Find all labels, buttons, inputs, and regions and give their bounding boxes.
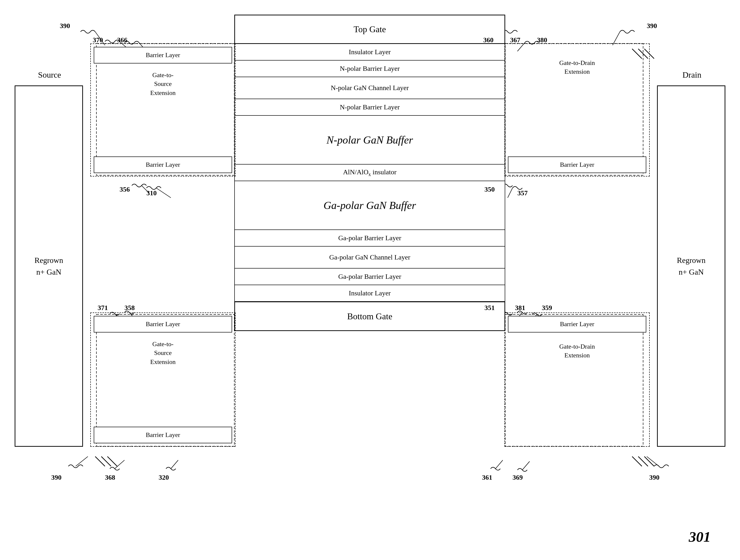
center-layer-stack: Top Gate Insulator Layer N-polar Barrier… [234, 15, 505, 331]
top-right-barrier-layer: Barrier Layer [508, 157, 646, 173]
ref-371: 371 [98, 304, 108, 312]
ref-350: 350 [484, 186, 495, 193]
ref-358: 358 [124, 304, 135, 312]
top-left-extension-box: Barrier Layer Gate-to-SourceExtension Ba… [90, 43, 236, 177]
svg-line-25 [171, 460, 178, 469]
bottom-left-barrier-bot: Barrier Layer [94, 427, 232, 443]
top-left-barrier-layer: Barrier Layer [94, 47, 232, 64]
ref-320: 320 [159, 474, 169, 481]
layer-npolar-gan-channel: N-polar GaN Channel Layer [234, 77, 505, 99]
ref-357: 357 [518, 189, 528, 197]
drain-block: Drain Regrownn+ GaN [657, 85, 725, 447]
diagram-container: Source Regrownn+ GaN Drain Regrownn+ GaN… [0, 0, 740, 560]
top-left-barrier-layer-bot: Barrier Layer [94, 157, 232, 173]
layer-insulator-top: Insulator Layer [234, 44, 505, 61]
drain-label: Drain [658, 70, 726, 80]
layer-gapolar-gan-channel: Ga-polar GaN Channel Layer [234, 247, 505, 269]
ref-390-bl: 390 [51, 474, 62, 481]
ref-369: 369 [513, 474, 523, 481]
layer-insulator-bot: Insulator Layer [234, 285, 505, 302]
ref-360: 360 [483, 36, 493, 44]
svg-line-23 [495, 460, 503, 469]
top-right-extension-box: Gate-to-DrainExtension Barrier Layer [504, 43, 650, 177]
ref-390-br: 390 [649, 474, 659, 481]
top-left-gts-label: Gate-to-SourceExtension [91, 71, 235, 97]
svg-line-35 [632, 457, 642, 466]
bottom-left-extension-box: Barrier Layer Gate-to-SourceExtension Ba… [90, 312, 236, 447]
top-right-gtd-label: Gate-to-DrainExtension [505, 59, 649, 76]
layer-gapolar-barrier-top: Ga-polar Barrier Layer [234, 230, 505, 247]
source-regrown-text: Regrownn+ GaN [34, 254, 63, 278]
ref-390-tr: 390 [647, 22, 657, 30]
bottom-right-gtd-label: Gate-to-DrainExtension [505, 342, 649, 360]
drain-regrown-text: Regrownn+ GaN [677, 254, 705, 278]
svg-line-10 [613, 32, 620, 45]
ref-380: 380 [537, 36, 547, 44]
bottom-left-barrier-top: Barrier Layer [94, 316, 232, 333]
ref-390-tl: 390 [60, 22, 70, 30]
layer-npolar-barrier-mid: N-polar Barrier Layer [234, 99, 505, 116]
ref-368: 368 [105, 474, 115, 481]
layer-npolar-barrier-top: N-polar Barrier Layer [234, 61, 505, 77]
figure-number: 301 [689, 529, 711, 545]
svg-line-36 [638, 457, 648, 466]
layer-npolar-gan-buffer: N-polar GaN Buffer [234, 116, 505, 165]
source-label: Source [15, 70, 84, 80]
ref-351: 351 [484, 304, 495, 312]
svg-line-37 [644, 457, 654, 466]
ref-359: 359 [542, 304, 552, 312]
ref-366: 366 [117, 36, 127, 44]
svg-line-22 [647, 457, 659, 466]
svg-line-24 [522, 461, 530, 470]
svg-line-21 [115, 460, 124, 469]
layer-aln-insulator: AlN/AlOx insulator [234, 165, 505, 181]
bottom-right-extension-box: Barrier Layer Gate-to-DrainExtension [504, 312, 650, 447]
ref-381: 381 [515, 304, 525, 312]
svg-line-12 [156, 188, 171, 198]
svg-line-20 [76, 457, 88, 466]
layer-bottom-gate: Bottom Gate [234, 302, 505, 331]
ref-367: 367 [510, 36, 520, 44]
svg-line-33 [101, 457, 111, 466]
svg-line-34 [107, 457, 117, 466]
ref-356: 356 [119, 186, 130, 193]
ref-370: 370 [93, 36, 103, 44]
bottom-right-barrier-top: Barrier Layer [508, 316, 646, 333]
svg-line-32 [95, 457, 105, 466]
layer-gapolar-gan-buffer: Ga-polar GaN Buffer [234, 181, 505, 230]
ref-310: 310 [147, 189, 157, 197]
layer-gapolar-barrier-bot: Ga-polar Barrier Layer [234, 269, 505, 285]
ref-361: 361 [482, 474, 492, 481]
layer-top-gate: Top Gate [234, 15, 505, 44]
svg-line-14 [507, 188, 513, 198]
bottom-left-gts-label: Gate-to-SourceExtension [91, 340, 235, 366]
source-block: Source Regrownn+ GaN [15, 85, 83, 447]
